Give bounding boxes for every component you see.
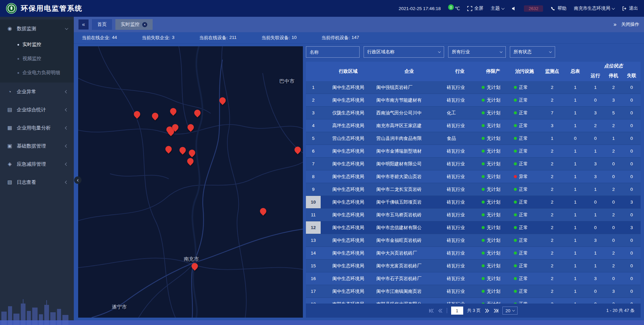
status-dot [482, 252, 485, 255]
top-header: 环保用电监管系统 2021-02-25 17:46:18 0 ℃ 全屏 主题 2… [0, 0, 644, 17]
page-number-input[interactable] [451, 307, 463, 315]
table-row[interactable]: 7阆中生态环境局阆中明阳建材有限公司砖瓦行业无计划正常21300 [306, 158, 641, 170]
sidebar-group-header[interactable]: ◉ 数据监测 [0, 19, 74, 38]
region-filter-select[interactable]: 行政区域名称 [364, 46, 444, 58]
last-page-button[interactable] [493, 309, 498, 313]
cell-lost: 0 [623, 158, 641, 170]
cell-company: 阆中市石子页岩机砖厂 [376, 272, 443, 285]
cell-industry: 砖瓦行业 [443, 158, 477, 170]
col-limit: 停限产 [477, 62, 509, 81]
table-row[interactable]: 15阆中生态环境局阆中市光富页岩机砖厂砖瓦行业无计划正常21120 [306, 260, 641, 272]
cell-facility: 正常 [509, 158, 540, 170]
row-index: 6 [306, 145, 321, 157]
table-row[interactable]: 14阆中生态环境局阆中大兴页岩机砖厂砖瓦行业无计划正常21120 [306, 247, 641, 260]
tabs-scroll-left-button[interactable]: « [78, 19, 89, 30]
fullscreen-button[interactable]: 全屏 [467, 5, 483, 11]
table-row[interactable]: 18南部生态环境局南部县强华水泥有限公砖瓦行业无计划正常21030 [306, 298, 641, 304]
status-dot [514, 277, 517, 280]
sidebar-item-realtime-monitor[interactable]: 实时监控 [0, 38, 74, 52]
cell-limit: 无计划 [477, 183, 509, 196]
cell-stop: 0 [604, 158, 623, 170]
tab-realtime-monitor[interactable]: 实时监控 × [115, 19, 153, 30]
table-row[interactable]: 4高坪生态环境局南充市高坪区王家店建砖瓦行业无计划正常31220 [306, 119, 641, 132]
map-collapse-button[interactable]: ‹ [74, 176, 82, 184]
announcement-button[interactable] [512, 6, 517, 11]
sidebar-item-video-monitor[interactable]: 视频监控 [0, 52, 74, 66]
theme-dropdown[interactable]: 主题 [491, 5, 504, 11]
cell-stop: 0 [604, 170, 623, 183]
table-row[interactable]: 16阆中生态环境局阆中市石子页岩机砖厂砖瓦行业无计划正常21300 [306, 272, 641, 285]
cell-limit: 无计划 [477, 209, 509, 221]
table-row[interactable]: 8阆中生态环境局阆中市枣碧大梁山页岩砖瓦行业无计划异常21300 [306, 170, 641, 183]
close-icon[interactable]: × [142, 22, 147, 27]
cell-lost: 0 [623, 183, 641, 196]
row-index: 7 [306, 158, 321, 170]
status-dot [482, 213, 485, 216]
cell-meter: 1 [564, 183, 586, 196]
cell-limit: 无计划 [477, 170, 509, 183]
table-row[interactable]: 9阆中生态环境局阆中市二龙长宝页岩砖砖瓦行业无计划正常21120 [306, 183, 641, 196]
help-button[interactable]: 帮助 [550, 5, 567, 11]
status-filter-select[interactable]: 所有状态 [510, 46, 555, 58]
map-city-label: 南充市 [184, 256, 199, 262]
chevron-left-icon [65, 108, 68, 111]
sidebar-item-power-load-detail[interactable]: 企业电力负荷明细 [0, 66, 74, 80]
status-dot [482, 111, 485, 114]
database-icon: ▣ [7, 143, 13, 149]
cell-facility: 正常 [509, 260, 540, 272]
page-size-select[interactable]: 20 [502, 307, 518, 315]
table-row[interactable]: 2阆中生态环境局阆中市南方节能建材有砖瓦行业无计划正常21030 [306, 94, 641, 107]
prev-page-button[interactable] [438, 309, 443, 313]
cell-meter: 1 [564, 196, 586, 208]
cell-stop: 3 [604, 285, 623, 297]
cell-lost: 0 [623, 298, 641, 304]
tab-bar: « 首页 实时监控 × » 关闭操作 [74, 17, 644, 32]
first-page-button[interactable] [429, 309, 434, 313]
table-row[interactable]: 11阆中生态环境局阆中市五马桥页岩机砖砖瓦行业无计划正常21120 [306, 209, 641, 221]
cell-meter: 1 [564, 81, 586, 94]
cell-facility: 正常 [509, 285, 540, 297]
name-filter-input[interactable] [306, 46, 360, 58]
cell-industry: 食品 [443, 132, 477, 145]
table-row[interactable]: 1阆中生态环境局阆中强锐页岩砖厂砖瓦行业无计划正常21120 [306, 81, 641, 94]
status-dot [482, 99, 485, 102]
industry-filter-select[interactable]: 所有行业 [448, 46, 506, 58]
table-row[interactable]: 3仪陇生态环境局西南油气田分公司川中化工无计划正常71350 [306, 107, 641, 119]
stat-offline-devices: 当前失联设备:10 [261, 35, 297, 41]
table-row[interactable]: 13阆中生态环境局阆中市金福旺页岩机砖砖瓦行业无计划正常21300 [306, 234, 641, 247]
cell-company: 阆中市五马桥页岩机砖 [376, 209, 443, 221]
col-region: 行政区域 [321, 62, 376, 81]
table-row[interactable]: 17阆中生态环境局阆中市江南镇阆南页岩砖瓦行业无计划正常21030 [306, 285, 641, 298]
status-dot [514, 86, 517, 89]
cell-facility: 异常 [509, 170, 540, 183]
map-city-label: 遂宁市 [112, 304, 127, 310]
cell-run: 3 [586, 107, 604, 119]
map-roads [78, 46, 303, 318]
cell-region: 仪陇生态环境局 [321, 107, 376, 119]
table-row[interactable]: 10阆中生态环境局阆中千佛镇五郎垭页岩砖瓦行业无计划正常21003 [306, 196, 641, 209]
table-row[interactable]: 6阆中生态环境局阆中市金博瑞新型墙材砖瓦行业无计划正常21120 [306, 145, 641, 158]
cell-lost: 0 [623, 170, 641, 183]
cell-company: 阆中强锐页岩砖厂 [376, 81, 443, 94]
map[interactable]: 巴中市南充市遂宁市 [78, 46, 303, 318]
cell-monitor: 2 [540, 145, 564, 157]
cell-run: 1 [586, 209, 604, 221]
tabs-scroll-right-button[interactable]: » [613, 21, 616, 28]
next-page-button[interactable] [485, 309, 489, 313]
close-operations-button[interactable]: 关闭操作 [621, 21, 639, 28]
next-page-icon [485, 309, 489, 313]
notification-badge[interactable]: 2632 [524, 5, 543, 12]
tab-home[interactable]: 首页 [92, 19, 112, 30]
map-city-label: 巴中市 [279, 78, 294, 85]
datetime-label: 2021-02-25 17:46:18 [399, 6, 441, 11]
logout-button[interactable]: 退出 [622, 5, 638, 11]
cell-run: 3 [586, 234, 604, 247]
cell-industry: 砖瓦行业 [443, 170, 477, 183]
row-index: 16 [306, 272, 321, 285]
cell-run: 1 [586, 81, 604, 94]
org-dropdown[interactable]: 南充市生态环境局 [574, 5, 614, 11]
table-row[interactable]: 5营山生态环境局营山县润丰肉食品有限食品无计划正常10010 [306, 132, 641, 145]
cell-facility: 正常 [509, 132, 540, 145]
table-row[interactable]: 12阆中生态环境局阆中市忠信建材有限公砖瓦行业无计划正常21003 [306, 221, 641, 234]
cell-monitor: 2 [540, 272, 564, 285]
